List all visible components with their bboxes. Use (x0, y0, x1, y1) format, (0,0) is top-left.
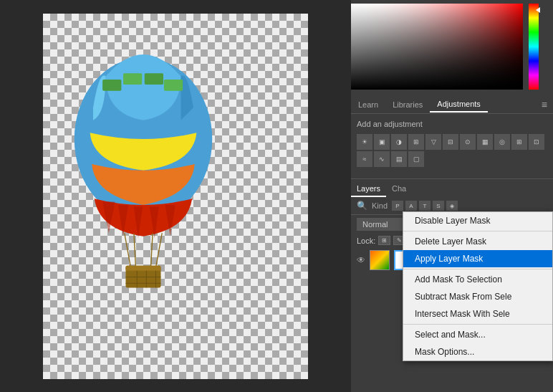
svg-rect-3 (145, 73, 163, 85)
menu-mask-options[interactable]: Mask Options... (403, 343, 552, 360)
menu-intersect-mask[interactable]: Intersect Mask With Sele (403, 305, 552, 322)
tab-adjustments[interactable]: Adjustments (430, 97, 488, 113)
menu-subtract-mask[interactable]: Subtract Mask From Sele (403, 288, 552, 305)
adj-threshold[interactable]: ∿ (374, 151, 390, 167)
menu-separator-2 (403, 269, 552, 269)
lock-label: Lock: (357, 236, 375, 245)
color-hue-bar[interactable] (529, 4, 539, 90)
svg-rect-2 (123, 73, 142, 85)
tab-channels[interactable]: Cha (386, 181, 412, 197)
panel-tabs: Learn Libraries Adjustments ≡ (351, 93, 553, 114)
adj-levels[interactable]: ▣ (374, 134, 390, 150)
adj-hsl[interactable]: ⊙ (460, 134, 476, 150)
kind-label: Kind (372, 201, 388, 210)
kind-pixel[interactable]: P (392, 201, 403, 211)
kind-adjust[interactable]: A (405, 201, 417, 211)
layer-thumbnail (370, 250, 390, 270)
adj-brightness[interactable]: ☀ (357, 134, 372, 150)
svg-line-8 (151, 233, 153, 267)
svg-line-5 (125, 233, 131, 267)
menu-apply-mask[interactable]: Apply Layer Mask (403, 250, 552, 267)
svg-rect-4 (164, 79, 183, 90)
svg-rect-1 (102, 79, 121, 90)
menu-separator-1 (403, 231, 552, 231)
adj-selectcolor[interactable]: ▤ (391, 151, 407, 167)
adj-colorbalance[interactable]: ▦ (477, 134, 493, 150)
tab-learn[interactable]: Learn (351, 97, 385, 112)
hue-indicator (532, 7, 540, 13)
search-icon: 🔍 (357, 201, 367, 211)
menu-select-mask[interactable]: Select and Mask... (403, 326, 552, 343)
color-dark (351, 4, 523, 90)
svg-line-7 (134, 233, 136, 267)
layers-tabs: Layers Cha (351, 179, 553, 197)
svg-line-6 (156, 233, 163, 267)
adj-curves[interactable]: ◑ (391, 134, 407, 150)
adj-gradient[interactable]: ▽ (425, 134, 441, 150)
context-menu: Disable Layer Mask Delete Layer Mask App… (403, 211, 553, 361)
menu-delete-mask[interactable]: Delete Layer Mask (403, 233, 552, 250)
adj-solidcolor[interactable]: ▢ (408, 151, 424, 167)
canvas-area (0, 0, 351, 392)
menu-separator-3 (403, 324, 552, 325)
adj-vibrance[interactable]: ⊟ (443, 134, 458, 150)
adj-photofilter[interactable]: ◎ (494, 134, 510, 150)
tab-layers[interactable]: Layers (351, 181, 386, 197)
adj-exposure[interactable]: ⊞ (408, 134, 424, 150)
adjustments-title: Add an adjustment (357, 120, 547, 128)
adjustments-panel: Add an adjustment ☀ ▣ ◑ ⊞ ▽ ⊟ ⊙ ▦ ◎ ⊞ ⊡ … (351, 114, 553, 173)
kind-type[interactable]: T (419, 201, 431, 211)
lock-transparency[interactable]: ⊞ (378, 236, 390, 245)
adj-invert[interactable]: ⊡ (529, 134, 544, 150)
menu-add-mask[interactable]: Add Mask To Selection (403, 271, 552, 288)
tab-libraries[interactable]: Libraries (385, 97, 430, 112)
kind-smart[interactable]: ◈ (446, 201, 458, 211)
canvas-inner (43, 14, 308, 379)
kind-shape[interactable]: S (433, 201, 444, 211)
adj-posterize[interactable]: ≈ (357, 151, 372, 167)
menu-disable-mask[interactable]: Disable Layer Mask (403, 212, 552, 229)
eye-icon[interactable]: 👁 (357, 255, 365, 265)
kind-filter-icons: P A T S ◈ (392, 201, 458, 211)
color-picker[interactable] (351, 0, 553, 93)
balloon-image (43, 14, 244, 315)
svg-rect-10 (126, 265, 161, 270)
adjustment-icons: ☀ ▣ ◑ ⊞ ▽ ⊟ ⊙ ▦ ◎ ⊞ ⊡ ≈ ∿ ▤ ▢ (357, 134, 547, 167)
adj-channel[interactable]: ⊞ (511, 134, 527, 150)
panel-menu-icon[interactable]: ≡ (536, 96, 553, 113)
